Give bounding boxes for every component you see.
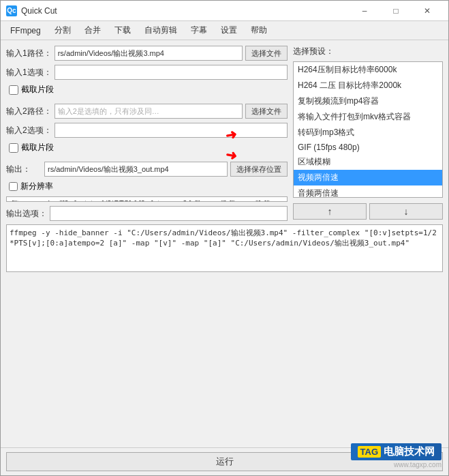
maximize-button[interactable]: □ xyxy=(380,1,412,21)
menu-auto-edit[interactable]: 自动剪辑 xyxy=(138,22,184,39)
watermark-site-name: 电脑技术网 xyxy=(384,445,435,458)
input1-path-row: 输入1路径： 选择文件 xyxy=(6,46,288,61)
input1-options-row: 输入1选项： xyxy=(6,65,288,80)
preset-move-buttons: ↑ ↓ xyxy=(293,203,443,220)
menu-download[interactable]: 下载 xyxy=(108,22,138,39)
preset-item[interactable]: 视频两倍速 xyxy=(294,170,442,185)
preset-item[interactable]: 转码到mp3格式 xyxy=(294,125,442,140)
clip1-label: 截取片段 xyxy=(21,84,54,95)
right-panel: 选择预设： H264压制目标比特率6000kH264 二压 目标比特率2000k… xyxy=(293,46,443,219)
menu-merge[interactable]: 合并 xyxy=(78,22,108,39)
app-icon: Qc xyxy=(6,5,17,16)
input2-options-row: 输入2选项： xyxy=(6,123,288,138)
menu-bar: FFmpeg 分割 合并 下载 自动剪辑 字幕 设置 帮助 xyxy=(1,21,448,40)
output-options-label: 输出选项： xyxy=(6,208,47,220)
output-row: 输出： 选择保存位置 xyxy=(6,162,288,177)
output-field[interactable] xyxy=(44,162,228,177)
input1-path-label: 输入1路径： xyxy=(6,48,52,59)
app-icon-text: Qc xyxy=(7,7,16,14)
input2-choose-file-button[interactable]: 选择文件 xyxy=(245,104,288,119)
close-button[interactable]: ✕ xyxy=(412,1,443,21)
menu-split[interactable]: 分割 xyxy=(48,22,78,39)
clip1-row: 截取片段 xyxy=(9,84,288,95)
output-options-field[interactable] xyxy=(50,206,288,221)
watermark-box: TAG 电脑技术网 xyxy=(351,443,442,460)
watermark: TAG 电脑技术网 www.tagxp.com xyxy=(351,443,442,468)
main-content: 输入1路径： 选择文件 输入1选项： 截取片段 输入2路径： 选择文件 xyxy=(1,40,448,224)
new-resolution-label: 新分辨率 xyxy=(20,181,53,192)
menu-ffmpeg[interactable]: FFmpeg xyxy=(3,23,48,38)
window-title: Quick Cut xyxy=(21,6,349,16)
input2-options-label: 输入2选项： xyxy=(6,125,52,136)
preset-down-button[interactable]: ↓ xyxy=(369,203,443,220)
preset-item[interactable]: H264压制目标比特率6000k xyxy=(294,62,442,78)
title-bar: Qc Quick Cut – □ ✕ xyxy=(1,1,448,21)
input1-path-field[interactable] xyxy=(55,46,243,61)
output-label: 输出： xyxy=(6,164,42,175)
preset-item[interactable]: 音频两倍速 xyxy=(294,185,442,198)
clip2-label: 截取片段 xyxy=(21,142,54,153)
input2-path-row: 输入2路径： 选择文件 xyxy=(6,104,288,119)
clip2-checkbox[interactable] xyxy=(9,143,18,153)
preset-item[interactable]: 复制视频流到mp4容器 xyxy=(294,93,442,109)
window-controls: – □ ✕ xyxy=(349,1,443,21)
new-resolution-row: 新分辨率 xyxy=(9,181,288,192)
preset-list[interactable]: H264压制目标比特率6000kH264 二压 目标比特率2000k复制视频流到… xyxy=(293,61,443,198)
preset-label: 选择预设： xyxy=(293,46,443,57)
clip2-row: 截取片段 xyxy=(9,142,288,153)
watermark-url: www.tagxp.com xyxy=(394,461,442,468)
input1-options-field[interactable] xyxy=(55,65,288,80)
command-display: ffmpeg -y -hide_banner -i "C:/Users/admi… xyxy=(6,224,443,272)
watermark-tag: TAG xyxy=(358,446,381,458)
menu-help[interactable]: 帮助 xyxy=(244,22,274,39)
input2-path-field[interactable] xyxy=(55,104,243,119)
input1-choose-file-button[interactable]: 选择文件 xyxy=(245,46,288,61)
preset-item[interactable]: 区域模糊 xyxy=(294,154,442,170)
menu-settings[interactable]: 设置 xyxy=(214,22,244,39)
output-choose-save-button[interactable]: 选择保存位置 xyxy=(230,162,288,177)
new-resolution-checkbox[interactable] xyxy=(9,182,18,191)
preset-item[interactable]: GIF (15fps 480p) xyxy=(294,140,442,154)
command-section: ffmpeg -y -hide_banner -i "C:/Users/admi… xyxy=(1,224,448,275)
input2-path-label: 输入2路径： xyxy=(6,106,52,117)
output-options-row: 输出选项： xyxy=(6,206,288,221)
minimize-button[interactable]: – xyxy=(349,1,380,21)
clip1-checkbox[interactable] xyxy=(9,85,18,95)
output-command-textarea[interactable] xyxy=(6,196,288,202)
spacer xyxy=(1,275,448,448)
input1-options-label: 输入1选项： xyxy=(6,67,52,78)
preset-item[interactable]: H264 二压 目标比特率2000k xyxy=(294,78,442,93)
input2-options-field[interactable] xyxy=(55,123,288,138)
left-panel: 输入1路径： 选择文件 输入1选项： 截取片段 输入2路径： 选择文件 xyxy=(6,46,288,219)
preset-up-button[interactable]: ↑ xyxy=(293,203,367,220)
menu-subtitle[interactable]: 字幕 xyxy=(184,22,214,39)
preset-item[interactable]: 将输入文件打包到mkv格式容器 xyxy=(294,109,442,125)
